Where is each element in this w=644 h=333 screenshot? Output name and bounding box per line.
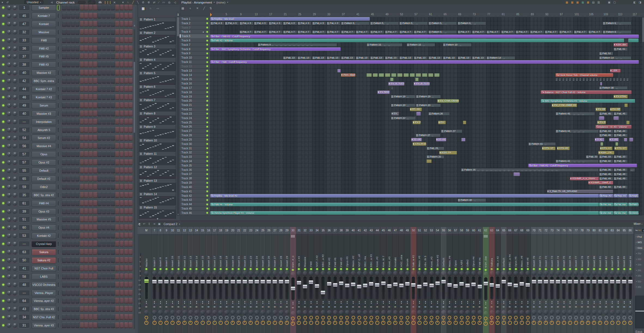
audio-clip[interactable]: EV... bbox=[438, 121, 446, 124]
pan-arrows[interactable]: ◂▸ bbox=[326, 305, 332, 309]
step-button[interactable] bbox=[89, 241, 93, 247]
reorder-arrows[interactable]: ▲▼ bbox=[549, 301, 555, 305]
stereo-sep-knob[interactable] bbox=[170, 271, 175, 276]
fx-lamp-icon[interactable] bbox=[327, 316, 331, 319]
pan-arrows[interactable]: ◂▸ bbox=[260, 305, 266, 309]
step-button[interactable] bbox=[80, 119, 84, 125]
mixer-strip[interactable]: 59Odin2▲▼◂▸ bbox=[465, 227, 471, 333]
reorder-arrows[interactable]: ▲▼ bbox=[326, 301, 332, 305]
fx-lamp-icon[interactable] bbox=[538, 316, 542, 319]
pattern-clip[interactable]: Pat..n 7 bbox=[472, 30, 486, 34]
step-button[interactable] bbox=[115, 70, 119, 75]
step-button[interactable] bbox=[93, 233, 97, 238]
volume-fader[interactable] bbox=[388, 277, 391, 299]
step-button[interactable] bbox=[115, 135, 119, 141]
pencil-icon[interactable]: ╱ bbox=[132, 0, 134, 5]
channel-pan-knob[interactable] bbox=[7, 177, 11, 181]
pattern-clip[interactable]: Patt..13 bbox=[370, 56, 384, 60]
step-button[interactable] bbox=[124, 21, 128, 27]
step-button[interactable] bbox=[62, 21, 66, 27]
stereo-sep-knob[interactable] bbox=[610, 271, 614, 276]
step-button[interactable] bbox=[75, 86, 80, 92]
stereo-sep-knob[interactable] bbox=[484, 272, 488, 276]
step-button[interactable] bbox=[80, 53, 84, 59]
clock-icon[interactable] bbox=[502, 321, 506, 325]
step-button[interactable] bbox=[97, 111, 102, 116]
mixer-strip[interactable]: 22Insert 22▲▼◂▸ bbox=[242, 227, 248, 333]
stereo-sep-knob[interactable] bbox=[182, 271, 187, 276]
fx-lamp-icon[interactable] bbox=[370, 316, 373, 319]
pattern-item[interactable]: Pattern 4 bbox=[139, 57, 176, 71]
slice-icon[interactable]: ∕ bbox=[158, 0, 159, 5]
step-button[interactable] bbox=[89, 86, 93, 92]
mixer-strip[interactable]: 52Abs..th 5▲▼◂▸ bbox=[422, 227, 428, 333]
channel-pan-knob[interactable] bbox=[7, 120, 11, 124]
pan-arrows[interactable]: ◂▸ bbox=[356, 305, 362, 309]
mixer-strip[interactable]: 66BBC..a #4▲▼◂▸ bbox=[507, 227, 513, 333]
step-button[interactable] bbox=[102, 78, 106, 84]
stereo-sep-knob[interactable] bbox=[556, 271, 560, 276]
volume-fader[interactable] bbox=[382, 277, 385, 299]
reorder-arrows[interactable]: ▲▼ bbox=[537, 301, 543, 305]
volume-fader[interactable] bbox=[303, 277, 307, 299]
audio-clip[interactable]: EV..NISH bbox=[377, 90, 390, 94]
channel-button[interactable]: Kontakt 7 bbox=[32, 13, 56, 19]
stereo-sep-knob[interactable] bbox=[188, 271, 193, 276]
mixer-strip[interactable]: 20Insert 20▲▼◂▸ bbox=[230, 227, 236, 333]
channel-select-indicator[interactable] bbox=[57, 38, 59, 43]
pan-knob[interactable] bbox=[188, 310, 193, 315]
mixer-mute-led[interactable] bbox=[286, 268, 288, 270]
reorder-arrows[interactable]: ▲▼ bbox=[410, 301, 416, 305]
pan-knob[interactable] bbox=[399, 310, 404, 315]
pan-knob[interactable] bbox=[568, 310, 572, 315]
channel-route-number[interactable]: 49 bbox=[19, 102, 30, 108]
step-button[interactable] bbox=[62, 282, 66, 287]
channel-button[interactable]: FM8 #2 bbox=[32, 46, 56, 52]
mixer-strip[interactable]: 34NST..l #2▲▼◂▸ bbox=[314, 227, 320, 333]
stereo-sep-knob[interactable] bbox=[520, 271, 524, 276]
pattern-clip[interactable]: Pattern 27 bbox=[416, 134, 441, 137]
channel-pan-knob[interactable] bbox=[7, 71, 11, 75]
pan-knob[interactable] bbox=[309, 310, 313, 315]
clock-icon[interactable] bbox=[490, 321, 494, 325]
pan-knob[interactable] bbox=[303, 310, 307, 315]
step-button[interactable] bbox=[111, 298, 115, 304]
pattern-clip[interactable] bbox=[620, 78, 622, 81]
step-button[interactable] bbox=[120, 86, 124, 92]
step-button[interactable] bbox=[102, 265, 106, 271]
step-button[interactable] bbox=[93, 176, 97, 181]
track-header[interactable]: Track 31 bbox=[180, 146, 210, 151]
pan-knob[interactable] bbox=[369, 310, 373, 315]
pan-arrows[interactable]: ◂▸ bbox=[380, 305, 386, 309]
channel-enable-led[interactable] bbox=[2, 194, 4, 196]
add-pattern-button[interactable]: + bbox=[157, 217, 159, 221]
step-button[interactable] bbox=[80, 159, 84, 165]
step-button[interactable] bbox=[75, 151, 80, 157]
mixer-strip[interactable]: 74Insert 74▲▼◂▸ bbox=[555, 227, 561, 333]
audio-clip[interactable]: EV_B..TLES bbox=[414, 82, 430, 86]
sort-mode-dropdown[interactable]: Unsorted ▾ bbox=[24, 0, 44, 4]
mixer-strip[interactable]: 65Default▲▼◂▸ bbox=[501, 227, 507, 333]
audio-clip[interactable] bbox=[367, 73, 372, 77]
step-button[interactable] bbox=[93, 13, 97, 19]
channel-route-number[interactable]: 31 bbox=[19, 322, 30, 328]
mixer-strip[interactable]: 70Insert 70▲▼◂▸ bbox=[531, 227, 537, 333]
track-header[interactable]: Track 41 bbox=[180, 189, 210, 194]
clock-icon[interactable] bbox=[538, 321, 542, 325]
channel-button[interactable]: Sampler bbox=[32, 5, 56, 11]
reorder-arrows[interactable]: ▲▼ bbox=[561, 301, 567, 305]
stereo-sep-knob[interactable] bbox=[218, 271, 223, 276]
step-button[interactable] bbox=[84, 225, 88, 230]
volume-fader[interactable] bbox=[243, 277, 246, 299]
clock-icon[interactable] bbox=[144, 321, 148, 325]
step-button[interactable] bbox=[66, 314, 71, 320]
volume-fader[interactable] bbox=[454, 277, 457, 299]
pattern-clip[interactable]: Pat..n 3 bbox=[225, 22, 239, 25]
stereo-sep-knob[interactable] bbox=[568, 271, 572, 276]
clock-icon[interactable] bbox=[568, 321, 572, 325]
step-button[interactable] bbox=[80, 86, 84, 92]
fx-lamp-icon[interactable] bbox=[213, 316, 216, 319]
step-button[interactable] bbox=[97, 274, 102, 279]
track-header[interactable]: Track 33 bbox=[180, 155, 210, 159]
step-button[interactable] bbox=[129, 233, 133, 238]
